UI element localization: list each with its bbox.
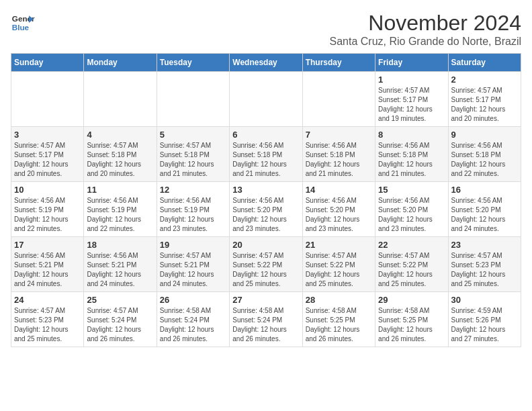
day-info: Sunrise: 4:57 AM Sunset: 5:22 PM Dayligh… xyxy=(232,251,299,289)
svg-text:Blue: Blue xyxy=(12,23,30,32)
day-info: Sunrise: 4:57 AM Sunset: 5:21 PM Dayligh… xyxy=(160,251,226,289)
day-info: Sunrise: 4:57 AM Sunset: 5:22 PM Dayligh… xyxy=(306,251,372,289)
calendar-cell: 2Sunrise: 4:57 AM Sunset: 5:17 PM Daylig… xyxy=(448,72,521,127)
calendar-cell: 24Sunrise: 4:57 AM Sunset: 5:23 PM Dayli… xyxy=(11,292,84,347)
calendar-cell: 17Sunrise: 4:56 AM Sunset: 5:21 PM Dayli… xyxy=(11,237,84,292)
day-number: 12 xyxy=(160,185,226,195)
calendar-cell: 26Sunrise: 4:58 AM Sunset: 5:24 PM Dayli… xyxy=(157,292,229,347)
day-info: Sunrise: 4:57 AM Sunset: 5:17 PM Dayligh… xyxy=(451,86,518,124)
day-info: Sunrise: 4:57 AM Sunset: 5:23 PM Dayligh… xyxy=(451,251,518,289)
day-number: 6 xyxy=(232,130,299,140)
day-number: 5 xyxy=(160,130,226,140)
calendar-cell: 14Sunrise: 4:56 AM Sunset: 5:20 PM Dayli… xyxy=(302,182,375,237)
day-info: Sunrise: 4:56 AM Sunset: 5:19 PM Dayligh… xyxy=(14,196,81,234)
calendar-cell xyxy=(11,72,84,127)
day-number: 4 xyxy=(87,130,153,140)
weekday-header: Tuesday xyxy=(157,54,229,72)
calendar-cell: 3Sunrise: 4:57 AM Sunset: 5:17 PM Daylig… xyxy=(11,127,84,182)
calendar-cell: 12Sunrise: 4:56 AM Sunset: 5:19 PM Dayli… xyxy=(157,182,229,237)
calendar-cell: 1Sunrise: 4:57 AM Sunset: 5:17 PM Daylig… xyxy=(375,72,448,127)
day-info: Sunrise: 4:56 AM Sunset: 5:20 PM Dayligh… xyxy=(378,196,445,234)
calendar-cell: 7Sunrise: 4:56 AM Sunset: 5:18 PM Daylig… xyxy=(302,127,375,182)
day-number: 27 xyxy=(232,295,299,305)
calendar-cell: 22Sunrise: 4:57 AM Sunset: 5:22 PM Dayli… xyxy=(375,237,448,292)
logo: General Blue xyxy=(11,11,35,35)
day-number: 10 xyxy=(14,185,81,195)
day-number: 3 xyxy=(14,130,81,140)
day-number: 2 xyxy=(451,75,518,85)
calendar-cell: 23Sunrise: 4:57 AM Sunset: 5:23 PM Dayli… xyxy=(448,237,521,292)
calendar-cell: 30Sunrise: 4:59 AM Sunset: 5:26 PM Dayli… xyxy=(448,292,521,347)
calendar-cell: 8Sunrise: 4:56 AM Sunset: 5:18 PM Daylig… xyxy=(375,127,448,182)
calendar-cell: 11Sunrise: 4:56 AM Sunset: 5:19 PM Dayli… xyxy=(84,182,157,237)
calendar-cell: 29Sunrise: 4:58 AM Sunset: 5:25 PM Dayli… xyxy=(375,292,448,347)
day-info: Sunrise: 4:59 AM Sunset: 5:26 PM Dayligh… xyxy=(451,306,518,344)
logo-icon: General Blue xyxy=(11,11,35,35)
day-number: 17 xyxy=(14,240,81,250)
day-info: Sunrise: 4:56 AM Sunset: 5:18 PM Dayligh… xyxy=(232,141,299,179)
day-number: 28 xyxy=(306,295,372,305)
day-number: 23 xyxy=(451,240,518,250)
calendar-cell: 18Sunrise: 4:56 AM Sunset: 5:21 PM Dayli… xyxy=(84,237,157,292)
calendar-header: SundayMondayTuesdayWednesdayThursdayFrid… xyxy=(11,54,521,72)
day-info: Sunrise: 4:56 AM Sunset: 5:19 PM Dayligh… xyxy=(160,196,226,234)
day-info: Sunrise: 4:56 AM Sunset: 5:18 PM Dayligh… xyxy=(306,141,372,179)
day-number: 11 xyxy=(87,185,153,195)
day-number: 14 xyxy=(306,185,372,195)
day-info: Sunrise: 4:56 AM Sunset: 5:20 PM Dayligh… xyxy=(451,196,518,234)
day-number: 21 xyxy=(306,240,372,250)
calendar-cell: 20Sunrise: 4:57 AM Sunset: 5:22 PM Dayli… xyxy=(230,237,302,292)
calendar-cell: 13Sunrise: 4:56 AM Sunset: 5:20 PM Dayli… xyxy=(230,182,302,237)
calendar-cell xyxy=(230,72,302,127)
day-info: Sunrise: 4:56 AM Sunset: 5:21 PM Dayligh… xyxy=(14,251,81,289)
day-info: Sunrise: 4:58 AM Sunset: 5:24 PM Dayligh… xyxy=(232,306,299,344)
day-info: Sunrise: 4:56 AM Sunset: 5:18 PM Dayligh… xyxy=(378,141,445,179)
weekday-header: Saturday xyxy=(448,54,521,72)
weekday-header: Monday xyxy=(84,54,157,72)
day-number: 8 xyxy=(378,130,445,140)
day-number: 18 xyxy=(87,240,153,250)
location-title: Santa Cruz, Rio Grande do Norte, Brazil xyxy=(330,36,521,48)
calendar-cell xyxy=(157,72,229,127)
calendar-week-row: 17Sunrise: 4:56 AM Sunset: 5:21 PM Dayli… xyxy=(11,237,521,292)
day-number: 15 xyxy=(378,185,445,195)
calendar-cell: 21Sunrise: 4:57 AM Sunset: 5:22 PM Dayli… xyxy=(302,237,375,292)
weekday-header: Wednesday xyxy=(230,54,302,72)
calendar-cell: 4Sunrise: 4:57 AM Sunset: 5:18 PM Daylig… xyxy=(84,127,157,182)
calendar-cell: 10Sunrise: 4:56 AM Sunset: 5:19 PM Dayli… xyxy=(11,182,84,237)
day-number: 20 xyxy=(232,240,299,250)
day-number: 25 xyxy=(87,295,153,305)
day-info: Sunrise: 4:58 AM Sunset: 5:25 PM Dayligh… xyxy=(306,306,372,344)
month-title: November 2024 xyxy=(330,11,521,36)
day-number: 29 xyxy=(378,295,445,305)
calendar-week-row: 3Sunrise: 4:57 AM Sunset: 5:17 PM Daylig… xyxy=(11,127,521,182)
calendar-cell xyxy=(84,72,157,127)
calendar-table: SundayMondayTuesdayWednesdayThursdayFrid… xyxy=(11,53,521,347)
day-info: Sunrise: 4:56 AM Sunset: 5:21 PM Dayligh… xyxy=(87,251,153,289)
day-number: 30 xyxy=(451,295,518,305)
weekday-header: Friday xyxy=(375,54,448,72)
day-info: Sunrise: 4:56 AM Sunset: 5:20 PM Dayligh… xyxy=(232,196,299,234)
calendar-cell: 6Sunrise: 4:56 AM Sunset: 5:18 PM Daylig… xyxy=(230,127,302,182)
weekday-header: Sunday xyxy=(11,54,84,72)
day-info: Sunrise: 4:57 AM Sunset: 5:24 PM Dayligh… xyxy=(87,306,153,344)
calendar-cell: 27Sunrise: 4:58 AM Sunset: 5:24 PM Dayli… xyxy=(230,292,302,347)
day-number: 7 xyxy=(306,130,372,140)
day-number: 22 xyxy=(378,240,445,250)
calendar-cell: 5Sunrise: 4:57 AM Sunset: 5:18 PM Daylig… xyxy=(157,127,229,182)
day-number: 19 xyxy=(160,240,226,250)
weekday-header: Thursday xyxy=(302,54,375,72)
day-number: 26 xyxy=(160,295,226,305)
calendar-cell: 28Sunrise: 4:58 AM Sunset: 5:25 PM Dayli… xyxy=(302,292,375,347)
calendar-cell: 19Sunrise: 4:57 AM Sunset: 5:21 PM Dayli… xyxy=(157,237,229,292)
day-number: 24 xyxy=(14,295,81,305)
day-info: Sunrise: 4:57 AM Sunset: 5:18 PM Dayligh… xyxy=(160,141,226,179)
day-number: 16 xyxy=(451,185,518,195)
calendar-cell: 25Sunrise: 4:57 AM Sunset: 5:24 PM Dayli… xyxy=(84,292,157,347)
calendar-cell: 15Sunrise: 4:56 AM Sunset: 5:20 PM Dayli… xyxy=(375,182,448,237)
day-info: Sunrise: 4:58 AM Sunset: 5:24 PM Dayligh… xyxy=(160,306,226,344)
day-info: Sunrise: 4:56 AM Sunset: 5:18 PM Dayligh… xyxy=(451,141,518,179)
day-info: Sunrise: 4:56 AM Sunset: 5:19 PM Dayligh… xyxy=(87,196,153,234)
day-info: Sunrise: 4:56 AM Sunset: 5:20 PM Dayligh… xyxy=(306,196,372,234)
day-number: 1 xyxy=(378,75,445,85)
